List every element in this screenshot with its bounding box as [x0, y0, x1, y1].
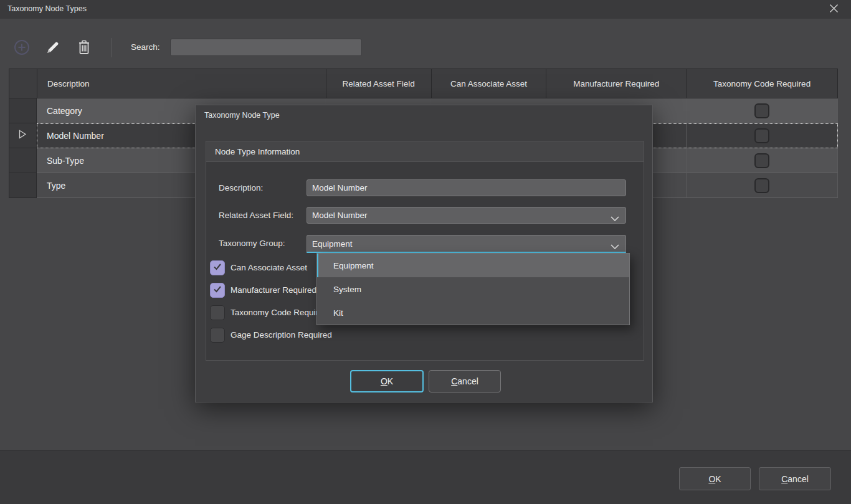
grid-header-can-associate-asset[interactable]: Can Associate Asset [432, 69, 547, 98]
related-asset-field-label: Related Asset Field: [219, 207, 293, 224]
window-ok-button[interactable]: OK [679, 467, 751, 490]
grid-header-selector [9, 69, 37, 98]
delete-button[interactable] [75, 39, 93, 57]
add-circle-icon [13, 39, 31, 58]
taxonomy-code-required-label: Taxonomy Code Required [231, 305, 328, 320]
title-bar: Taxonomy Node Types [0, 0, 851, 19]
grid-header-manufacturer-required[interactable]: Manufacturer Required [546, 69, 687, 98]
gage-description-required-label: Gage Description Required [231, 328, 332, 343]
check-icon [212, 284, 222, 297]
search-input[interactable] [170, 39, 362, 56]
taxonomy-code-required-checkbox[interactable] [210, 305, 225, 320]
chevron-down-icon [611, 242, 619, 251]
taxonomy-code-required-checkbox[interactable] [754, 178, 769, 193]
taxonomy-node-type-dialog: Taxonomy Node Type Node Type Information… [195, 105, 653, 402]
grid-header-taxonomy-code-required[interactable]: Taxonomy Code Required [687, 69, 838, 98]
row-selector-cell[interactable] [9, 123, 37, 148]
can-associate-asset-label: Can Associate Asset [231, 260, 307, 275]
grid-header-description[interactable]: Description [37, 69, 326, 98]
can-associate-asset-checkbox[interactable] [210, 260, 225, 275]
related-asset-field-value: Model Number [312, 211, 368, 220]
dropdown-option-system[interactable]: System [317, 277, 629, 301]
taxonomy-group-combo[interactable]: Equipment [307, 235, 626, 253]
row-selector-cell[interactable] [9, 98, 37, 123]
close-button[interactable] [821, 0, 846, 19]
close-icon [829, 4, 839, 16]
dialog-ok-button[interactable]: OK [350, 370, 424, 392]
taxonomy-code-required-checkbox[interactable] [754, 153, 769, 168]
dropdown-option-equipment[interactable]: Equipment [317, 254, 629, 277]
row-selector-cell[interactable] [9, 148, 37, 173]
row-indicator-icon [19, 130, 27, 141]
taxonomy-group-label: Taxonomy Group: [219, 235, 285, 252]
chevron-down-icon [611, 214, 619, 223]
dialog-cancel-button[interactable]: Cancel [429, 370, 501, 392]
check-icon [212, 262, 222, 274]
window-title: Taxonomy Node Types [7, 4, 87, 13]
window-cancel-button[interactable]: Cancel [759, 467, 831, 490]
row-selector-cell[interactable] [9, 173, 37, 198]
taxonomy-group-value: Equipment [312, 239, 353, 249]
description-label: Description: [219, 179, 263, 196]
search-label: Search: [131, 42, 160, 52]
taxonomy-code-required-checkbox[interactable] [754, 103, 769, 118]
manufacturer-required-label: Manufacturer Required [231, 283, 316, 298]
edit-pencil-icon [45, 40, 60, 57]
dialog-title: Taxonomy Node Type [204, 111, 280, 120]
footer-bar: OK Cancel [0, 450, 851, 504]
delete-trash-icon [77, 39, 92, 57]
taxonomy-code-required-checkbox[interactable] [754, 128, 769, 143]
dropdown-option-kit[interactable]: Kit [317, 301, 629, 325]
edit-button[interactable] [44, 39, 62, 57]
taxonomy-group-dropdown: Equipment System Kit [316, 253, 630, 325]
add-button[interactable] [12, 39, 31, 57]
grid-header-row: Description Related Asset Field Can Asso… [9, 69, 838, 98]
gage-description-required-checkbox[interactable] [210, 328, 225, 343]
toolbar-separator [111, 38, 112, 57]
description-field[interactable] [307, 179, 626, 196]
group-title: Node Type Information [206, 141, 644, 162]
grid-header-related-asset-field[interactable]: Related Asset Field [326, 69, 432, 98]
related-asset-field-combo[interactable]: Model Number [307, 207, 626, 224]
manufacturer-required-checkbox[interactable] [210, 283, 225, 298]
